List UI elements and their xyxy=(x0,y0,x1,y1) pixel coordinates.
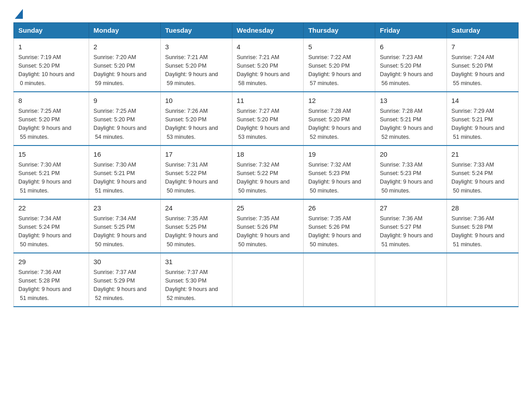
day-info: Sunrise: 7:36 AMSunset: 5:28 PMDaylight:… xyxy=(18,268,84,303)
day-number: 10 xyxy=(165,96,227,106)
day-info: Sunrise: 7:35 AMSunset: 5:26 PMDaylight:… xyxy=(237,214,299,249)
day-info: Sunrise: 7:28 AMSunset: 5:20 PMDaylight:… xyxy=(308,107,370,142)
day-number: 17 xyxy=(165,150,227,160)
calendar-cell: 25Sunrise: 7:35 AMSunset: 5:26 PMDayligh… xyxy=(232,199,304,253)
logo-triangle-icon xyxy=(15,9,23,21)
header-monday: Monday xyxy=(89,23,160,39)
day-number: 12 xyxy=(308,96,370,106)
day-number: 29 xyxy=(18,257,84,267)
day-info: Sunrise: 7:32 AMSunset: 5:23 PMDaylight:… xyxy=(308,161,370,196)
day-number: 1 xyxy=(18,42,84,52)
calendar-cell: 31Sunrise: 7:37 AMSunset: 5:30 PMDayligh… xyxy=(160,253,232,307)
calendar-cell: 27Sunrise: 7:36 AMSunset: 5:27 PMDayligh… xyxy=(375,199,447,253)
day-info: Sunrise: 7:32 AMSunset: 5:22 PMDaylight:… xyxy=(237,161,299,196)
calendar-cell: 17Sunrise: 7:31 AMSunset: 5:22 PMDayligh… xyxy=(160,146,232,199)
calendar-week-row: 1Sunrise: 7:19 AMSunset: 5:20 PMDaylight… xyxy=(14,38,519,92)
day-info: Sunrise: 7:36 AMSunset: 5:28 PMDaylight:… xyxy=(451,214,514,249)
day-number: 6 xyxy=(380,42,442,52)
day-number: 18 xyxy=(237,150,299,160)
calendar-cell: 8Sunrise: 7:25 AMSunset: 5:20 PMDaylight… xyxy=(14,92,89,146)
calendar-cell: 7Sunrise: 7:24 AMSunset: 5:20 PMDaylight… xyxy=(447,38,519,92)
day-number: 9 xyxy=(94,96,156,106)
calendar-cell xyxy=(447,253,519,307)
day-number: 28 xyxy=(451,203,514,214)
day-number: 30 xyxy=(94,257,156,267)
logo xyxy=(13,9,23,18)
day-info: Sunrise: 7:31 AMSunset: 5:22 PMDaylight:… xyxy=(165,161,227,196)
day-number: 22 xyxy=(18,203,84,214)
calendar-cell: 12Sunrise: 7:28 AMSunset: 5:20 PMDayligh… xyxy=(304,92,375,146)
day-number: 27 xyxy=(380,203,442,214)
day-info: Sunrise: 7:34 AMSunset: 5:25 PMDaylight:… xyxy=(94,214,156,249)
calendar-cell: 22Sunrise: 7:34 AMSunset: 5:24 PMDayligh… xyxy=(14,199,89,253)
day-number: 20 xyxy=(380,150,442,160)
calendar-cell: 24Sunrise: 7:35 AMSunset: 5:25 PMDayligh… xyxy=(160,199,232,253)
calendar-cell: 3Sunrise: 7:21 AMSunset: 5:20 PMDaylight… xyxy=(160,38,232,92)
day-info: Sunrise: 7:37 AMSunset: 5:29 PMDaylight:… xyxy=(94,268,156,303)
header-thursday: Thursday xyxy=(304,23,375,39)
day-number: 16 xyxy=(94,150,156,160)
header-wednesday: Wednesday xyxy=(232,23,304,39)
day-info: Sunrise: 7:35 AMSunset: 5:26 PMDaylight:… xyxy=(308,214,370,249)
day-info: Sunrise: 7:30 AMSunset: 5:21 PMDaylight:… xyxy=(94,161,156,196)
day-number: 14 xyxy=(451,96,514,106)
calendar-week-row: 8Sunrise: 7:25 AMSunset: 5:20 PMDaylight… xyxy=(14,92,519,146)
calendar-cell: 23Sunrise: 7:34 AMSunset: 5:25 PMDayligh… xyxy=(89,199,160,253)
calendar-week-row: 15Sunrise: 7:30 AMSunset: 5:21 PMDayligh… xyxy=(14,146,519,199)
day-info: Sunrise: 7:33 AMSunset: 5:23 PMDaylight:… xyxy=(380,161,442,196)
page-header xyxy=(13,9,519,18)
day-number: 24 xyxy=(165,203,227,214)
day-number: 15 xyxy=(18,150,84,160)
day-info: Sunrise: 7:19 AMSunset: 5:20 PMDaylight:… xyxy=(18,53,84,88)
calendar-cell: 6Sunrise: 7:23 AMSunset: 5:20 PMDaylight… xyxy=(375,38,447,92)
day-number: 26 xyxy=(308,203,370,214)
calendar-cell: 26Sunrise: 7:35 AMSunset: 5:26 PMDayligh… xyxy=(304,199,375,253)
calendar-week-row: 22Sunrise: 7:34 AMSunset: 5:24 PMDayligh… xyxy=(14,199,519,253)
day-info: Sunrise: 7:21 AMSunset: 5:20 PMDaylight:… xyxy=(237,53,299,88)
day-info: Sunrise: 7:28 AMSunset: 5:21 PMDaylight:… xyxy=(380,107,442,142)
day-number: 11 xyxy=(237,96,299,106)
day-number: 23 xyxy=(94,203,156,214)
day-info: Sunrise: 7:25 AMSunset: 5:20 PMDaylight:… xyxy=(94,107,156,142)
day-info: Sunrise: 7:23 AMSunset: 5:20 PMDaylight:… xyxy=(380,53,442,88)
day-info: Sunrise: 7:35 AMSunset: 5:25 PMDaylight:… xyxy=(165,214,227,249)
day-number: 21 xyxy=(451,150,514,160)
day-info: Sunrise: 7:25 AMSunset: 5:20 PMDaylight:… xyxy=(18,107,84,142)
day-number: 8 xyxy=(18,96,84,106)
day-info: Sunrise: 7:24 AMSunset: 5:20 PMDaylight:… xyxy=(451,53,514,88)
calendar-cell: 15Sunrise: 7:30 AMSunset: 5:21 PMDayligh… xyxy=(14,146,89,199)
day-number: 7 xyxy=(451,42,514,52)
calendar-cell: 4Sunrise: 7:21 AMSunset: 5:20 PMDaylight… xyxy=(232,38,304,92)
day-number: 2 xyxy=(94,42,156,52)
day-number: 31 xyxy=(165,257,227,267)
calendar-table: SundayMondayTuesdayWednesdayThursdayFrid… xyxy=(13,22,519,307)
calendar-cell: 11Sunrise: 7:27 AMSunset: 5:20 PMDayligh… xyxy=(232,92,304,146)
day-info: Sunrise: 7:26 AMSunset: 5:20 PMDaylight:… xyxy=(165,107,227,142)
calendar-cell: 10Sunrise: 7:26 AMSunset: 5:20 PMDayligh… xyxy=(160,92,232,146)
day-number: 4 xyxy=(237,42,299,52)
calendar-cell: 5Sunrise: 7:22 AMSunset: 5:20 PMDaylight… xyxy=(304,38,375,92)
header-sunday: Sunday xyxy=(14,23,89,39)
calendar-cell: 19Sunrise: 7:32 AMSunset: 5:23 PMDayligh… xyxy=(304,146,375,199)
day-info: Sunrise: 7:34 AMSunset: 5:24 PMDaylight:… xyxy=(18,214,84,249)
day-info: Sunrise: 7:21 AMSunset: 5:20 PMDaylight:… xyxy=(165,53,227,88)
day-number: 25 xyxy=(237,203,299,214)
day-info: Sunrise: 7:37 AMSunset: 5:30 PMDaylight:… xyxy=(165,268,227,303)
svg-marker-0 xyxy=(15,9,23,19)
day-number: 5 xyxy=(308,42,370,52)
calendar-cell xyxy=(232,253,304,307)
calendar-week-row: 29Sunrise: 7:36 AMSunset: 5:28 PMDayligh… xyxy=(14,253,519,307)
day-number: 13 xyxy=(380,96,442,106)
calendar-cell: 2Sunrise: 7:20 AMSunset: 5:20 PMDaylight… xyxy=(89,38,160,92)
calendar-cell: 30Sunrise: 7:37 AMSunset: 5:29 PMDayligh… xyxy=(89,253,160,307)
calendar-cell: 21Sunrise: 7:33 AMSunset: 5:24 PMDayligh… xyxy=(447,146,519,199)
day-info: Sunrise: 7:33 AMSunset: 5:24 PMDaylight:… xyxy=(451,161,514,196)
day-number: 3 xyxy=(165,42,227,52)
day-info: Sunrise: 7:27 AMSunset: 5:20 PMDaylight:… xyxy=(237,107,299,142)
calendar-cell: 20Sunrise: 7:33 AMSunset: 5:23 PMDayligh… xyxy=(375,146,447,199)
calendar-header-row: SundayMondayTuesdayWednesdayThursdayFrid… xyxy=(14,23,519,39)
day-number: 19 xyxy=(308,150,370,160)
calendar-cell xyxy=(304,253,375,307)
header-saturday: Saturday xyxy=(447,23,519,39)
day-info: Sunrise: 7:36 AMSunset: 5:27 PMDaylight:… xyxy=(380,214,442,249)
